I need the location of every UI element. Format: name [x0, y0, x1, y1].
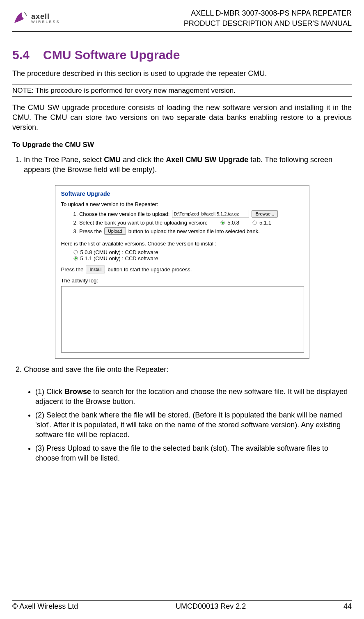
bank-radio-2-icon[interactable]	[252, 220, 257, 225]
sub-bullets: (1) Click Browse to search for the locat…	[12, 387, 352, 466]
upload-step-3: 3. Press the Upload button to upload the…	[73, 227, 303, 235]
header-separator	[12, 31, 352, 32]
footer-right: 44	[343, 602, 352, 611]
step-list-2: Choose and save the file onto the Repeat…	[12, 365, 352, 377]
install-row: Press the Install button to start the up…	[61, 266, 303, 273]
version-option-1-row: 5.0.8 (CMU only) : CCD software	[73, 249, 303, 255]
logo-name: axell	[31, 13, 60, 20]
page-header: axell WIRELESS AXELL D-MBR 3007-3008-PS …	[12, 8, 352, 29]
note-box: NOTE: This procedure is performed for ev…	[12, 85, 352, 97]
version-radio-2-icon[interactable]	[73, 256, 78, 261]
upload-button[interactable]: Upload	[104, 227, 126, 235]
intro-paragraph: The procedure described in this section …	[12, 69, 352, 78]
bank-option-2[interactable]: 5.1.1	[259, 220, 271, 226]
available-versions-label: Here is the list of available versions. …	[61, 241, 303, 247]
header-titles: AXELL D-MBR 3007-3008-PS NFPA REPEATER P…	[184, 8, 352, 29]
header-title-1: AXELL D-MBR 3007-3008-PS NFPA REPEATER	[184, 8, 352, 18]
page-footer: © Axell Wireless Ltd UMCD00013 Rev 2.2 4…	[12, 602, 352, 611]
step-1: In the Tree Pane, select CMU and click t…	[24, 155, 352, 175]
bullet-3: (3) Press Upload to save the file to the…	[35, 443, 352, 463]
step-list: In the Tree Pane, select CMU and click t…	[12, 155, 352, 177]
bank-option-1[interactable]: 5.0.8	[227, 220, 239, 226]
activity-log-label: The activity log:	[61, 277, 303, 284]
footer-center: UMCD00013 Rev 2.2	[176, 602, 246, 611]
svg-point-3	[73, 250, 77, 254]
svg-point-5	[74, 257, 77, 260]
upload-step-2: 2. Select the bank you want to put the u…	[73, 220, 303, 226]
bullet-2: (2) Select the bank where the file will …	[35, 410, 352, 440]
svg-point-2	[253, 221, 256, 225]
sub-heading: To Upgrade the CMU SW	[12, 141, 352, 149]
version-radio-1-icon[interactable]	[73, 250, 78, 254]
file-path-input[interactable]	[172, 210, 249, 218]
version-option-2-row: 5.1.1 (CMU only) : CCD software	[73, 255, 303, 261]
svg-point-1	[222, 222, 224, 224]
logo-swoosh-icon	[12, 10, 29, 26]
header-title-2: PRODUCT DESCRIPTION AND USER'S MANUAL	[184, 18, 352, 29]
install-button[interactable]: Install	[86, 266, 105, 273]
version-option-2[interactable]: 5.1.1 (CMU only) : CCD software	[80, 255, 158, 261]
section-number: 5.4	[12, 48, 30, 62]
bullet-1: (1) Click Browse to search for the locat…	[35, 387, 352, 407]
activity-log-box	[61, 286, 304, 353]
panel-intro: To upload a new version to the Repeater:	[61, 201, 303, 207]
panel-title: Software Upgrade	[61, 190, 303, 197]
footer-left: © Axell Wireless Ltd	[12, 602, 78, 611]
version-option-1[interactable]: 5.0.8 (CMU only) : CCD software	[80, 249, 158, 255]
browse-button[interactable]: Browse...	[252, 210, 278, 218]
bank-radio-1-icon[interactable]	[220, 220, 225, 225]
document-page: axell WIRELESS AXELL D-MBR 3007-3008-PS …	[0, 0, 364, 619]
section-title: CMU Software Upgrade	[43, 48, 180, 62]
software-upgrade-panel: Software Upgrade To upload a new version…	[55, 185, 309, 359]
step-2: Choose and save the file onto the Repeat…	[24, 365, 352, 374]
description-paragraph: The CMU SW upgrade procedure consists of…	[12, 103, 352, 133]
embedded-screenshot: Software Upgrade To upload a new version…	[12, 185, 352, 359]
logo-subtext: WIRELESS	[31, 20, 60, 24]
upload-step-1: 1. Choose the new version file to upload…	[73, 210, 303, 218]
company-logo: axell WIRELESS	[12, 8, 60, 26]
footer-separator	[12, 600, 352, 601]
section-heading: 5.4 CMU Software Upgrade	[12, 48, 352, 62]
